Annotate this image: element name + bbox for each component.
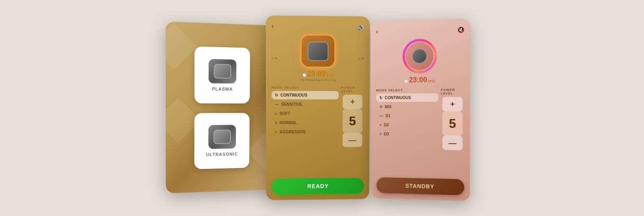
card3-sensor — [412, 48, 427, 64]
aggressive-icon: ≡ — [275, 130, 277, 134]
mode-normal[interactable]: ≡ NORMAL — [272, 118, 339, 127]
normal-label: NORMAL — [280, 121, 297, 125]
card3-d3-label: D3 — [384, 132, 389, 136]
card3-mix-label: MIX — [385, 105, 391, 109]
plasma-icon — [208, 59, 236, 83]
tip-remaining: Tip Remaining 0:15 (h:m) — [300, 78, 336, 81]
device-sensor — [308, 41, 328, 61]
card3-d3-icon: ≡ — [379, 132, 382, 136]
card3-mode-column: MODE SELECT ↻ CONTINUOUS ✕ MIX — D1 — [376, 88, 438, 175]
back-button[interactable]: ‹ — [271, 22, 274, 30]
timer-adj-left[interactable]: 1.5s — [271, 55, 277, 59]
power-value-display: 5 — [343, 109, 363, 133]
card3-clock-icon: 🕐 — [404, 79, 408, 83]
card3-mode-continuous[interactable]: ↻ CONTINUOUS — [376, 93, 438, 102]
card3-d2-label: D2 — [384, 123, 389, 127]
mode-list: ↻ CONTINUOUS — SENSITIVE ≡ SOFT ≡ NORMAL — [271, 91, 339, 136]
ultrasonic-icon — [208, 125, 236, 149]
card3-power-plus[interactable]: + — [442, 97, 463, 111]
card3-timer-section: 🕐 23:00 (ms) — [376, 37, 464, 84]
standby-button[interactable]: STANDBY — [377, 177, 464, 195]
sensitive-icon: — — [275, 102, 279, 106]
card3-continuous-icon: ↻ — [379, 95, 383, 100]
mode-soft[interactable]: ≡ SOFT — [271, 109, 338, 117]
card2-header: ‹ 🔊 — [271, 22, 364, 31]
card3-back-button[interactable]: ‹ — [376, 27, 378, 36]
normal-icon: ≡ — [275, 121, 277, 125]
power-minus-button[interactable]: — — [343, 133, 363, 147]
card3-device-circle — [406, 42, 434, 70]
card3-ring — [402, 38, 438, 74]
card3-power-minus[interactable]: — — [442, 135, 463, 150]
card3-timer-time: 23:00 — [409, 75, 427, 84]
power-plus-button[interactable]: + — [343, 95, 363, 109]
scene: PLASMA ULTRASONIC ‹ 🔊 1.5s — [143, 8, 501, 208]
ready-button[interactable]: READY — [272, 178, 364, 194]
plasma-mode-card: ‹ 🔇 — [371, 18, 470, 201]
sensitive-label: SENSITIVE — [281, 102, 302, 106]
card3-mode-power: MODE SELECT ↻ CONTINUOUS ✕ MIX — D1 — [376, 88, 464, 176]
card3-d2-icon: ≡ — [379, 123, 382, 127]
card3-mix-icon: ✕ — [379, 105, 383, 109]
card3-mode-d3[interactable]: ≡ D3 — [376, 130, 438, 139]
mode-select-label: MODE SELECT — [271, 85, 339, 89]
card3-volume-icon[interactable]: 🔇 — [457, 26, 464, 33]
card3-d1-icon: — — [379, 113, 383, 118]
mode-power-section: MODE SELECT ↻ CONTINUOUS — SENSITIVE ≡ S… — [271, 85, 364, 175]
card3-mode-d1[interactable]: — D1 — [376, 111, 438, 120]
card3-mode-label: MODE SELECT — [376, 88, 438, 92]
ultrasonic-mode-card: ‹ 🔊 1.5s — [266, 15, 370, 200]
power-level-label: POWER LEVEL — [341, 86, 364, 93]
aggressive-label: AGGRESSIVE — [280, 129, 306, 134]
device-selection-card: PLASMA ULTRASONIC — [166, 21, 277, 193]
timer-section: 1.5s — [271, 34, 364, 82]
volume-icon[interactable]: 🔊 — [357, 24, 364, 30]
mode-sensitive[interactable]: — SENSITIVE — [271, 100, 338, 108]
continuous-label: CONTINUOUS — [281, 93, 308, 97]
card1-bg — [166, 21, 277, 193]
clock-icon: 🕐 — [302, 73, 306, 77]
mode-column: MODE SELECT ↻ CONTINUOUS — SENSITIVE ≡ S… — [271, 85, 339, 175]
card3-power-column: POWER LEVEL + 5 — — [441, 88, 464, 176]
card3-d1-label: D1 — [385, 113, 390, 118]
power-column: POWER LEVEL + 5 — — [341, 86, 364, 175]
card3-mode-mix[interactable]: ✕ MIX — [376, 102, 438, 111]
timer-unit: (ms) — [326, 73, 334, 77]
card3-header: ‹ 🔇 — [376, 25, 464, 36]
timer-time: 23:00 — [307, 69, 326, 78]
mode-aggressive[interactable]: ≡ AGGRESSIVE — [272, 127, 339, 136]
card3-power-label: POWER LEVEL — [441, 88, 464, 95]
card3-continuous-label: CONTINUOUS — [385, 95, 411, 100]
timer-ring — [300, 34, 336, 68]
card3-mode-d2[interactable]: ≡ D2 — [376, 121, 438, 129]
card3-mode-list: ↻ CONTINUOUS ✕ MIX — D1 ≡ D2 — [376, 93, 438, 139]
soft-label: SOFT — [280, 111, 291, 116]
mode-continuous[interactable]: ↻ CONTINUOUS — [271, 91, 339, 99]
timer-adj-right[interactable]: 0.5s — [358, 56, 364, 60]
card3-time-display: 🕐 23:00 (ms) — [404, 75, 435, 84]
time-display: 🕐 23:00 (ms) Tip Remaining 0:15 (h:m) — [300, 69, 336, 81]
card3-power-value: 5 — [442, 111, 463, 136]
card3-timer-unit: (ms) — [428, 79, 435, 83]
soft-icon: ≡ — [275, 111, 277, 116]
timer-device-box — [302, 35, 334, 66]
continuous-icon: ↻ — [275, 93, 278, 97]
